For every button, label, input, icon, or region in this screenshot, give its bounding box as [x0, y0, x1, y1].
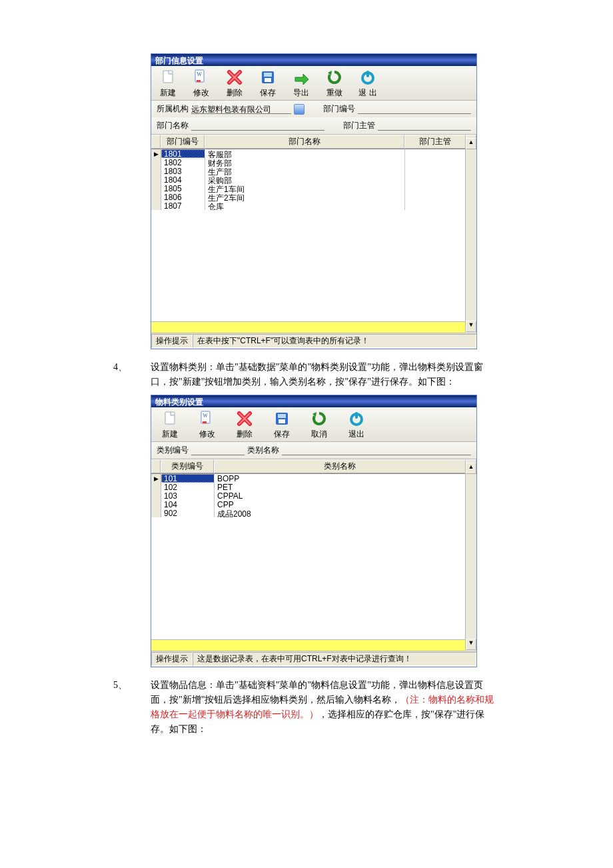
svg-text:W: W: [203, 413, 208, 419]
mgr-field[interactable]: [378, 121, 471, 131]
code-field[interactable]: [358, 104, 471, 114]
org-field[interactable]: 远东塑料包装有限公司: [191, 104, 291, 114]
window2-summary-bar: [151, 639, 466, 651]
window1-summary-bar: [151, 321, 466, 333]
scroll-down-icon[interactable]: ▼: [466, 321, 476, 332]
scroll-down-icon[interactable]: ▼: [466, 639, 476, 650]
svg-rect-8: [366, 71, 369, 77]
new-button[interactable]: 新建: [151, 69, 185, 99]
scrollbar-track[interactable]: [466, 474, 476, 639]
status-label: 操作提示: [151, 334, 193, 348]
svg-rect-9: [165, 412, 175, 424]
cat-code-field[interactable]: [191, 445, 245, 455]
paragraph-4: 4、 设置物料类别：单击"基础数据"菜单的"物料类别设置"功能，弹出物料类别设置…: [113, 360, 500, 389]
para4-num: 4、: [113, 360, 151, 389]
window1-titlebar: 部门信息设置: [151, 54, 476, 66]
window2-grid[interactable]: ▶101BOPP102PET103CPPAL104CPP902成品2008: [151, 474, 476, 639]
col-code-header[interactable]: 部门编号: [161, 135, 205, 149]
cat-name-field[interactable]: [282, 445, 471, 455]
edit-button[interactable]: W 修改: [189, 410, 226, 440]
window2-grid-header: 类别编号 类别名称: [151, 459, 476, 474]
svg-rect-17: [355, 412, 358, 419]
exit-button[interactable]: 退出: [338, 410, 375, 440]
table-row[interactable]: 1807仓库: [151, 201, 476, 210]
svg-rect-5: [264, 73, 272, 77]
save-button[interactable]: 保存: [263, 410, 301, 440]
export-icon: [291, 69, 311, 86]
paragraph-5: 5、 设置物品信息：单击"基础资料"菜单的"物料信息设置"功能，弹出物料信息设置…: [113, 678, 500, 737]
window1-statusbar: 操作提示 在表中按下"CTRL+F"可以查询表中的所有记录！: [151, 333, 476, 349]
delete-icon: [235, 410, 255, 427]
redo-icon: [324, 69, 344, 86]
delete-icon: [225, 69, 245, 86]
redo-button[interactable]: 重做: [318, 69, 351, 99]
delete-button[interactable]: 删除: [218, 69, 251, 99]
window1-grid-header: 部门编号 部门名称 部门主管: [151, 134, 476, 149]
edit-icon: W: [191, 69, 211, 86]
document-icon: [158, 69, 178, 86]
table-row[interactable]: 1805生产1车间: [151, 184, 476, 193]
window1-toolbar: 新建 W 修改 删除 保存 导出: [151, 66, 476, 101]
col-catname-header[interactable]: 类别名称: [214, 459, 466, 473]
name-field[interactable]: [191, 121, 324, 131]
table-row[interactable]: 1803生产部: [151, 167, 476, 175]
col-name-header[interactable]: 部门名称: [205, 135, 404, 149]
department-info-window: 部门信息设置 新建 W 修改 删除 保存: [151, 53, 477, 349]
status-text: 这是数据记录表，在表中可用CTRL+F对表中记录进行查询！: [193, 652, 476, 666]
table-row[interactable]: ▶101BOPP: [151, 474, 476, 483]
status-text: 在表中按下"CTRL+F"可以查询表中的所有记录！: [193, 334, 476, 348]
window2-filter-row: 类别编号 类别名称: [151, 442, 476, 459]
save-button[interactable]: 保存: [251, 69, 285, 99]
svg-rect-3: [197, 80, 201, 82]
svg-text:W: W: [197, 71, 202, 77]
material-category-window: 物料类别设置 新建 W 修改 删除 保存: [151, 395, 477, 667]
window2-titlebar: 物料类别设置: [151, 395, 476, 407]
para4-text: 设置物料类别：单击"基础数据"菜单的"物料类别设置"功能，弹出物料类别设置窗口，…: [151, 360, 500, 389]
svg-rect-6: [265, 78, 271, 82]
org-label: 所属机构: [157, 103, 189, 115]
scroll-up-icon[interactable]: ▲: [466, 463, 476, 474]
col-catcode-header[interactable]: 类别编号: [161, 459, 214, 473]
redo-icon: [309, 410, 329, 427]
exit-button[interactable]: 退 出: [351, 69, 384, 99]
window2-statusbar: 操作提示 这是数据记录表，在表中可用CTRL+F对表中记录进行查询！: [151, 651, 476, 667]
table-row[interactable]: ▶1801客服部: [151, 149, 476, 158]
edit-icon: W: [197, 410, 217, 427]
cat-code-label: 类别编号: [157, 445, 189, 456]
window1-grid[interactable]: ▶1801客服部1802财务部1803生产部1804采购部1805生产1车间18…: [151, 149, 476, 321]
code-label: 部门编号: [323, 103, 355, 115]
table-row[interactable]: 1806生产2车间: [151, 193, 476, 201]
export-button[interactable]: 导出: [285, 69, 318, 99]
name-label: 部门名称: [157, 120, 189, 131]
new-button[interactable]: 新建: [151, 410, 189, 440]
cat-name-label: 类别名称: [247, 445, 279, 456]
window1-filter-row2: 部门名称 部门主管: [151, 117, 476, 134]
table-row[interactable]: 902成品2008: [151, 509, 476, 517]
document-icon: [160, 410, 180, 427]
svg-rect-0: [163, 71, 173, 83]
window2-toolbar: 新建 W 修改 删除 保存 取消: [151, 407, 476, 442]
cancel-button[interactable]: 取消: [301, 410, 338, 440]
power-icon: [346, 410, 366, 427]
status-label: 操作提示: [151, 652, 193, 666]
mgr-label: 部门主管: [343, 120, 375, 131]
edit-button[interactable]: W 修改: [185, 69, 218, 99]
para5-num: 5、: [113, 678, 151, 737]
table-row[interactable]: 102PET: [151, 483, 476, 491]
svg-rect-14: [278, 414, 286, 418]
table-row[interactable]: 103CPPAL: [151, 491, 476, 500]
svg-rect-15: [279, 419, 285, 423]
window1-filter-row1: 所属机构 远东塑料包装有限公司 部门编号: [151, 101, 476, 117]
delete-button[interactable]: 删除: [226, 410, 263, 440]
scrollbar-track[interactable]: [466, 149, 476, 321]
table-row[interactable]: 1804采购部: [151, 175, 476, 184]
table-row[interactable]: 104CPP: [151, 500, 476, 509]
power-icon: [358, 69, 378, 86]
svg-rect-12: [203, 421, 207, 423]
org-picker-icon[interactable]: [294, 104, 305, 115]
para5-text: 设置物品信息：单击"基础资料"菜单的"物料信息设置"功能，弹出物料信息设置页面，…: [151, 678, 500, 737]
save-icon: [258, 69, 278, 86]
scroll-up-icon[interactable]: ▲: [466, 138, 476, 149]
col-mgr-header[interactable]: 部门主管: [404, 135, 466, 149]
table-row[interactable]: 1802财务部: [151, 158, 476, 167]
